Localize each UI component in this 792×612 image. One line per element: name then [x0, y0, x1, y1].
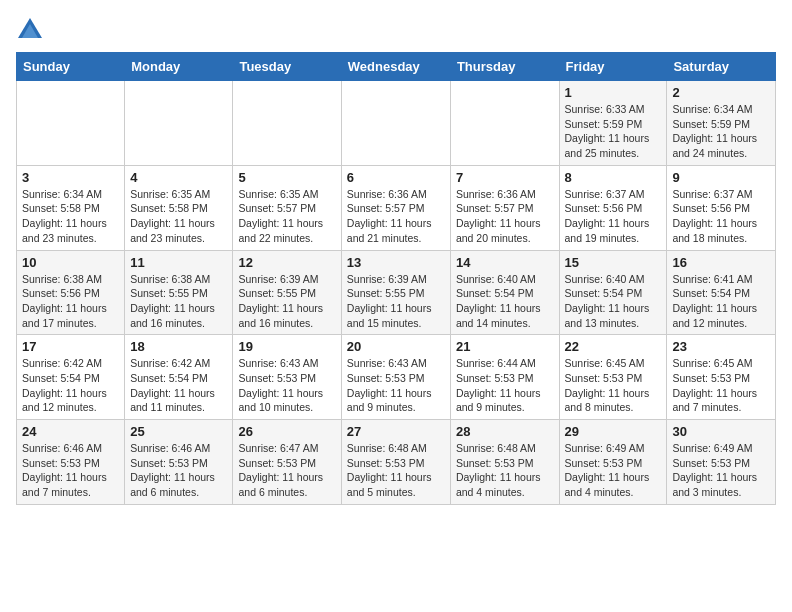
day-number: 27 — [347, 424, 445, 439]
day-number: 21 — [456, 339, 554, 354]
day-detail: Sunrise: 6:33 AMSunset: 5:59 PMDaylight:… — [565, 102, 662, 161]
calendar-cell: 1Sunrise: 6:33 AMSunset: 5:59 PMDaylight… — [559, 81, 667, 166]
calendar-cell: 15Sunrise: 6:40 AMSunset: 5:54 PMDayligh… — [559, 250, 667, 335]
calendar-cell: 19Sunrise: 6:43 AMSunset: 5:53 PMDayligh… — [233, 335, 341, 420]
day-number: 11 — [130, 255, 227, 270]
calendar-cell: 6Sunrise: 6:36 AMSunset: 5:57 PMDaylight… — [341, 165, 450, 250]
day-detail: Sunrise: 6:38 AMSunset: 5:55 PMDaylight:… — [130, 272, 227, 331]
weekday-header-saturday: Saturday — [667, 53, 776, 81]
day-number: 5 — [238, 170, 335, 185]
day-number: 17 — [22, 339, 119, 354]
calendar-cell — [341, 81, 450, 166]
calendar-cell — [125, 81, 233, 166]
calendar-week-1: 1Sunrise: 6:33 AMSunset: 5:59 PMDaylight… — [17, 81, 776, 166]
weekday-header-thursday: Thursday — [450, 53, 559, 81]
day-number: 1 — [565, 85, 662, 100]
day-number: 22 — [565, 339, 662, 354]
day-detail: Sunrise: 6:41 AMSunset: 5:54 PMDaylight:… — [672, 272, 770, 331]
calendar-cell: 3Sunrise: 6:34 AMSunset: 5:58 PMDaylight… — [17, 165, 125, 250]
day-detail: Sunrise: 6:48 AMSunset: 5:53 PMDaylight:… — [347, 441, 445, 500]
day-number: 26 — [238, 424, 335, 439]
calendar-cell: 28Sunrise: 6:48 AMSunset: 5:53 PMDayligh… — [450, 420, 559, 505]
day-detail: Sunrise: 6:36 AMSunset: 5:57 PMDaylight:… — [347, 187, 445, 246]
calendar-cell: 2Sunrise: 6:34 AMSunset: 5:59 PMDaylight… — [667, 81, 776, 166]
day-number: 18 — [130, 339, 227, 354]
day-detail: Sunrise: 6:40 AMSunset: 5:54 PMDaylight:… — [456, 272, 554, 331]
day-number: 14 — [456, 255, 554, 270]
day-number: 8 — [565, 170, 662, 185]
day-number: 30 — [672, 424, 770, 439]
weekday-header-row: SundayMondayTuesdayWednesdayThursdayFrid… — [17, 53, 776, 81]
day-detail: Sunrise: 6:47 AMSunset: 5:53 PMDaylight:… — [238, 441, 335, 500]
day-number: 2 — [672, 85, 770, 100]
day-number: 15 — [565, 255, 662, 270]
calendar-cell: 4Sunrise: 6:35 AMSunset: 5:58 PMDaylight… — [125, 165, 233, 250]
calendar-week-2: 3Sunrise: 6:34 AMSunset: 5:58 PMDaylight… — [17, 165, 776, 250]
calendar-cell: 29Sunrise: 6:49 AMSunset: 5:53 PMDayligh… — [559, 420, 667, 505]
calendar-cell: 11Sunrise: 6:38 AMSunset: 5:55 PMDayligh… — [125, 250, 233, 335]
day-number: 28 — [456, 424, 554, 439]
day-detail: Sunrise: 6:48 AMSunset: 5:53 PMDaylight:… — [456, 441, 554, 500]
day-detail: Sunrise: 6:38 AMSunset: 5:56 PMDaylight:… — [22, 272, 119, 331]
day-detail: Sunrise: 6:37 AMSunset: 5:56 PMDaylight:… — [672, 187, 770, 246]
calendar-cell: 23Sunrise: 6:45 AMSunset: 5:53 PMDayligh… — [667, 335, 776, 420]
day-number: 3 — [22, 170, 119, 185]
calendar-cell: 27Sunrise: 6:48 AMSunset: 5:53 PMDayligh… — [341, 420, 450, 505]
day-detail: Sunrise: 6:40 AMSunset: 5:54 PMDaylight:… — [565, 272, 662, 331]
day-detail: Sunrise: 6:43 AMSunset: 5:53 PMDaylight:… — [347, 356, 445, 415]
day-number: 12 — [238, 255, 335, 270]
calendar-cell: 7Sunrise: 6:36 AMSunset: 5:57 PMDaylight… — [450, 165, 559, 250]
calendar-cell — [17, 81, 125, 166]
day-detail: Sunrise: 6:34 AMSunset: 5:58 PMDaylight:… — [22, 187, 119, 246]
day-detail: Sunrise: 6:49 AMSunset: 5:53 PMDaylight:… — [565, 441, 662, 500]
calendar-cell: 8Sunrise: 6:37 AMSunset: 5:56 PMDaylight… — [559, 165, 667, 250]
day-number: 23 — [672, 339, 770, 354]
day-detail: Sunrise: 6:49 AMSunset: 5:53 PMDaylight:… — [672, 441, 770, 500]
weekday-header-wednesday: Wednesday — [341, 53, 450, 81]
day-detail: Sunrise: 6:37 AMSunset: 5:56 PMDaylight:… — [565, 187, 662, 246]
day-detail: Sunrise: 6:46 AMSunset: 5:53 PMDaylight:… — [130, 441, 227, 500]
weekday-header-friday: Friday — [559, 53, 667, 81]
calendar-cell: 17Sunrise: 6:42 AMSunset: 5:54 PMDayligh… — [17, 335, 125, 420]
day-detail: Sunrise: 6:46 AMSunset: 5:53 PMDaylight:… — [22, 441, 119, 500]
day-number: 9 — [672, 170, 770, 185]
day-number: 25 — [130, 424, 227, 439]
weekday-header-tuesday: Tuesday — [233, 53, 341, 81]
day-number: 10 — [22, 255, 119, 270]
day-detail: Sunrise: 6:42 AMSunset: 5:54 PMDaylight:… — [22, 356, 119, 415]
logo-icon — [16, 16, 44, 44]
calendar-cell: 30Sunrise: 6:49 AMSunset: 5:53 PMDayligh… — [667, 420, 776, 505]
calendar-cell: 13Sunrise: 6:39 AMSunset: 5:55 PMDayligh… — [341, 250, 450, 335]
calendar-cell: 10Sunrise: 6:38 AMSunset: 5:56 PMDayligh… — [17, 250, 125, 335]
day-number: 13 — [347, 255, 445, 270]
day-detail: Sunrise: 6:45 AMSunset: 5:53 PMDaylight:… — [672, 356, 770, 415]
calendar-cell: 22Sunrise: 6:45 AMSunset: 5:53 PMDayligh… — [559, 335, 667, 420]
day-detail: Sunrise: 6:34 AMSunset: 5:59 PMDaylight:… — [672, 102, 770, 161]
calendar-week-4: 17Sunrise: 6:42 AMSunset: 5:54 PMDayligh… — [17, 335, 776, 420]
calendar-cell: 21Sunrise: 6:44 AMSunset: 5:53 PMDayligh… — [450, 335, 559, 420]
calendar-cell: 12Sunrise: 6:39 AMSunset: 5:55 PMDayligh… — [233, 250, 341, 335]
calendar-cell: 25Sunrise: 6:46 AMSunset: 5:53 PMDayligh… — [125, 420, 233, 505]
calendar-cell — [233, 81, 341, 166]
day-number: 29 — [565, 424, 662, 439]
day-number: 6 — [347, 170, 445, 185]
logo — [16, 16, 48, 44]
day-number: 19 — [238, 339, 335, 354]
calendar-cell: 16Sunrise: 6:41 AMSunset: 5:54 PMDayligh… — [667, 250, 776, 335]
calendar-cell: 5Sunrise: 6:35 AMSunset: 5:57 PMDaylight… — [233, 165, 341, 250]
day-detail: Sunrise: 6:36 AMSunset: 5:57 PMDaylight:… — [456, 187, 554, 246]
day-detail: Sunrise: 6:43 AMSunset: 5:53 PMDaylight:… — [238, 356, 335, 415]
day-number: 7 — [456, 170, 554, 185]
day-number: 16 — [672, 255, 770, 270]
calendar-cell: 24Sunrise: 6:46 AMSunset: 5:53 PMDayligh… — [17, 420, 125, 505]
day-detail: Sunrise: 6:42 AMSunset: 5:54 PMDaylight:… — [130, 356, 227, 415]
calendar-week-3: 10Sunrise: 6:38 AMSunset: 5:56 PMDayligh… — [17, 250, 776, 335]
weekday-header-sunday: Sunday — [17, 53, 125, 81]
weekday-header-monday: Monday — [125, 53, 233, 81]
calendar: SundayMondayTuesdayWednesdayThursdayFrid… — [16, 52, 776, 505]
calendar-cell: 26Sunrise: 6:47 AMSunset: 5:53 PMDayligh… — [233, 420, 341, 505]
day-detail: Sunrise: 6:45 AMSunset: 5:53 PMDaylight:… — [565, 356, 662, 415]
calendar-cell: 18Sunrise: 6:42 AMSunset: 5:54 PMDayligh… — [125, 335, 233, 420]
day-number: 24 — [22, 424, 119, 439]
day-number: 20 — [347, 339, 445, 354]
